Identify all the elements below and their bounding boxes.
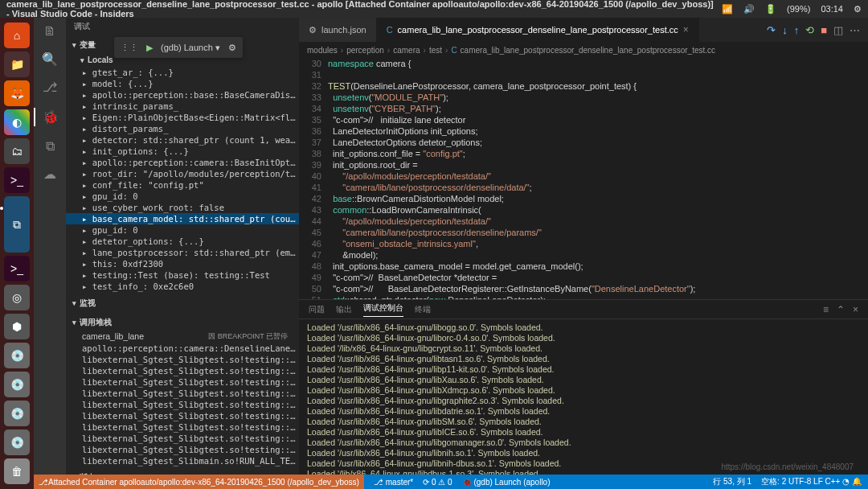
gear-icon[interactable]: ⚙ (228, 43, 236, 53)
variable-row[interactable]: ▸ base_camera_model: std::shared_ptr (co… (66, 213, 299, 224)
files-icon[interactable]: 📁 (4, 51, 30, 77)
close-icon[interactable]: × (683, 24, 689, 35)
volume-icon[interactable]: 🔊 (743, 4, 755, 14)
drag-handle-icon[interactable]: ⋮⋮ (121, 43, 138, 53)
debug-toolbar[interactable]: ⋮⋮ ▶ (gdb) Launch ▾ ⚙ (114, 37, 243, 58)
console-line: Loaded '/usr/lib/x86_64-linux-gnu/libnih… (307, 448, 860, 458)
stop-icon[interactable]: ■ (821, 24, 827, 36)
variable-row[interactable]: ▸ lane_postprocessor: std::shared_ptr (e… (66, 247, 299, 258)
breadcrumbs[interactable]: modules› perception› camera› test› Ccame… (299, 42, 868, 58)
stack-frame[interactable]: libexternal_Sgtest_Slibgtest.so!testing:… (66, 365, 299, 376)
thread-name[interactable]: camera_lib_lane (82, 331, 144, 342)
variable-row[interactable]: ▸ apollo::perception::base::BaseCameraDi… (66, 89, 299, 101)
cursor-position[interactable]: 行 53, 列 1 (713, 476, 751, 487)
variable-row[interactable]: ▸ this: 0xdf2300 (66, 258, 299, 269)
variable-row[interactable]: ▸ gpu_id: 0 (66, 191, 299, 202)
console-line: Loaded '/usr/lib/x86_64-linux-gnu/libXau… (307, 375, 860, 385)
variable-row[interactable]: ▸ gpu_id: 0 (66, 224, 299, 236)
terminal-icon[interactable]: >_ (4, 167, 30, 193)
variables-list: ▸ gtest_ar_: {...}▸ model: {...}▸ apollo… (66, 67, 299, 292)
step-into-icon[interactable]: ↓ (782, 24, 788, 36)
remote-status[interactable]: ⎇ Attached Container apolloauto/apollo:d… (34, 475, 364, 489)
disk3-icon[interactable]: 💿 (4, 401, 30, 426)
tab-test-cc[interactable]: Ccamera_lib_lane_postprocessor_denseline… (377, 18, 699, 42)
code-editor[interactable]: 3031323334353637383940414243444546474849… (299, 58, 868, 299)
panel-problems[interactable]: 问题 (309, 304, 325, 315)
remote-icon[interactable]: ☁ (43, 166, 56, 182)
stack-frame[interactable]: libexternal_Sgtest_Slibgtest.so!testing:… (66, 376, 299, 388)
debug-console[interactable]: Loaded '/usr/lib/x86_64-linux-gnu/libogg… (299, 319, 868, 475)
maximize-icon[interactable]: ⌃ (837, 304, 845, 315)
variable-row[interactable]: ▸ init_options: {...} (66, 146, 299, 157)
stack-frame[interactable]: libexternal_Sgtest_Slibgtest.so!testing:… (66, 388, 299, 399)
scm-icon[interactable]: ⎇ (43, 80, 57, 95)
variable-row[interactable]: ▸ detector: std::shared_ptr (count 1, we… (66, 134, 299, 146)
git-branch[interactable]: ⎇ master* (374, 478, 413, 487)
variable-row[interactable]: ▸ test_info_: 0xe2c6e0 (66, 281, 299, 292)
tab-launch-json[interactable]: ⚙launch.json (299, 18, 377, 42)
panel-tabs: 问题 输出 调试控制台 终端 ≡ ⌃ × (299, 300, 868, 319)
battery-icon[interactable]: 🔋 (765, 4, 776, 14)
ubuntu-launcher: ⌂ 📁 🦊 ◐ 🗂 >_ ⧉ >_ ◎ ⬢ 💿 💿 💿 💿 🗑 (0, 18, 34, 489)
restart-icon[interactable]: ⟲ (805, 24, 814, 36)
variable-row[interactable]: ▸ intrinsic_params_ (66, 101, 299, 112)
stack-frame[interactable]: libexternal_Sgtest_Slibgtest.so!testing:… (66, 444, 299, 455)
split-icon[interactable]: ◫ (833, 24, 843, 36)
panel-debug-console[interactable]: 调试控制台 (363, 302, 403, 317)
variable-row[interactable]: ▸ conf_file: "config.pt" (66, 179, 299, 191)
close-panel-icon[interactable]: × (853, 304, 858, 315)
disk4-icon[interactable]: 💿 (4, 429, 30, 455)
stack-frame[interactable]: libexternal_Sgtest_Slibgtest.so!testing:… (66, 354, 299, 365)
variable-row[interactable]: ▸ apollo::perception::camera::BaseInitOp… (66, 157, 299, 168)
console-line: Loaded '/usr/lib/x86_64-linux-gnu/libICE… (307, 427, 860, 438)
trash-icon[interactable]: 🗑 (4, 458, 30, 484)
variable-row[interactable]: ▸ use_cyber_work_root: false (66, 202, 299, 213)
disk1-icon[interactable]: 💿 (4, 343, 30, 368)
vscode-icon[interactable]: ⧉ (4, 196, 30, 253)
variable-row[interactable]: ▸ gtest_ar_: {...} (66, 67, 299, 78)
more-icon[interactable]: ⋯ (850, 24, 860, 36)
stack-frame[interactable]: libexternal_Sgtest_Slibgtest.so!testing:… (66, 433, 299, 444)
panel-terminal[interactable]: 终端 (415, 304, 431, 315)
variable-row[interactable]: ▸ Eigen::PlainObjectBase<Eigen::Matrix<f… (66, 112, 299, 123)
chrome-icon[interactable]: ◐ (4, 109, 30, 135)
panel-output[interactable]: 输出 (336, 304, 352, 315)
app2-icon[interactable]: ⬢ (4, 314, 30, 339)
nautilus-icon[interactable]: 🗂 (4, 138, 30, 164)
variable-row[interactable]: ▸ distort_params_ (66, 123, 299, 134)
stack-frame[interactable]: libexternal_Sgtest_Slibgtest.so!testing:… (66, 410, 299, 421)
firefox-icon[interactable]: 🦊 (4, 80, 30, 106)
variable-row[interactable]: ▸ root_dir: "/apollo/modules/perception/… (66, 168, 299, 179)
app-icon[interactable]: ◎ (4, 285, 30, 310)
variable-row[interactable]: ▸ detetor_options: {...} (66, 236, 299, 247)
variable-row[interactable]: ▸ model: {...} (66, 78, 299, 89)
console-line: Loaded '/usr/lib/x86_64-linux-gnu/libgra… (307, 396, 860, 406)
watermark: https://blog.csdn.net/weixin_4848007 (721, 462, 854, 471)
extensions-icon[interactable]: ⧉ (46, 139, 55, 154)
battery-pct: (99%) (787, 4, 810, 14)
step-out-icon[interactable]: ↑ (794, 24, 800, 36)
stack-frame[interactable]: libexternal_Sgtest_Slibmain.so!RUN_ALL_T… (66, 455, 299, 466)
debug-config[interactable]: (gdb) Launch ▾ (161, 43, 220, 53)
variable-row[interactable]: ▸ testing::Test (base): testing::Test (66, 269, 299, 281)
settings-icon[interactable]: ⚙ (854, 4, 862, 14)
callstack-section[interactable]: 调用堆栈 (66, 314, 299, 331)
clear-icon[interactable]: ≡ (823, 304, 829, 315)
code-content[interactable]: namespace camera { TEST(DenselineLanePos… (328, 58, 868, 299)
debug-launch-status[interactable]: 🐞 (gdb) Launch (apollo) (462, 478, 551, 487)
sync-status[interactable]: ⟳ 0 ⚠ 0 (423, 478, 452, 487)
stack-frame[interactable]: libexternal_Sgtest_Slibgtest.so!testing:… (66, 399, 299, 410)
stack-frame[interactable]: apollo::perception::camera::DenselineLan… (66, 343, 299, 354)
debug-icon[interactable]: 🐞 (34, 108, 66, 126)
terminal2-icon[interactable]: >_ (4, 256, 30, 281)
disk2-icon[interactable]: 💿 (4, 372, 30, 397)
stack-frame[interactable]: libexternal_Sgtest_Slibgtest.so!testing:… (66, 421, 299, 433)
editor-settings[interactable]: 空格: 2 UTF-8 LF C++ ◔ 🔔 (761, 476, 862, 487)
explorer-icon[interactable]: 🗎 (43, 24, 56, 39)
watch-section[interactable]: 监视 (66, 295, 299, 311)
wifi-icon[interactable]: 📶 (722, 4, 733, 14)
search-icon[interactable]: 🔍 (42, 51, 58, 67)
continue-icon[interactable]: ▶ (146, 43, 153, 53)
step-over-icon[interactable]: ↷ (767, 24, 776, 36)
dash-icon[interactable]: ⌂ (4, 23, 30, 48)
